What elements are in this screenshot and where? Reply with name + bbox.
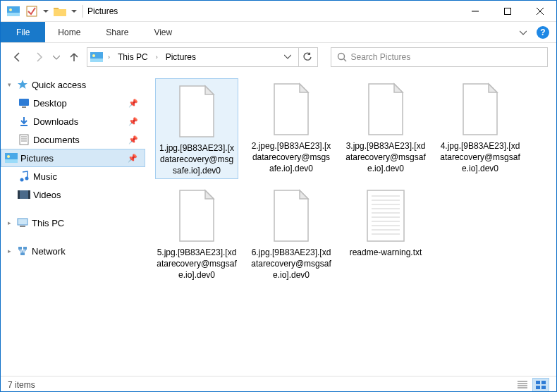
- sidebar-item-pictures[interactable]: Pictures 📌: [1, 149, 145, 167]
- file-pane[interactable]: 1.jpg.[9B83AE23].[xdatarecovery@msgsafe.…: [145, 71, 556, 376]
- pictures-mini-icon: [90, 52, 103, 62]
- generic-file-icon: [455, 78, 506, 140]
- chevron-right-icon[interactable]: ▸: [5, 219, 13, 226]
- svg-rect-33: [367, 190, 404, 241]
- minimize-button[interactable]: [459, 1, 491, 22]
- svg-point-11: [338, 54, 344, 60]
- file-label: 5.jpg.[9B83AE23].[xdatarecovery@msgsafe.…: [155, 247, 238, 281]
- file-item[interactable]: 5.jpg.[9B83AE23].[xdatarecovery@msgsafe.…: [155, 185, 238, 281]
- close-button[interactable]: [524, 1, 556, 22]
- svg-point-22: [7, 155, 10, 158]
- sidebar-item-label: This PC: [32, 218, 64, 228]
- crumb-pictures[interactable]: Pictures: [163, 52, 199, 62]
- refresh-button[interactable]: [298, 47, 318, 67]
- svg-point-24: [25, 177, 29, 180]
- svg-point-2: [9, 8, 12, 11]
- sidebar-network[interactable]: ▸ Network: [1, 242, 145, 260]
- status-bar: 7 items: [1, 376, 556, 392]
- sidebar-item-label: Music: [33, 171, 57, 182]
- search-input[interactable]: Search Pictures: [331, 47, 549, 67]
- chevron-down-icon[interactable]: ▾: [5, 81, 13, 88]
- file-item[interactable]: 3.jpg.[9B83AE23].[xdatarecovery@msgsafe.…: [344, 78, 427, 179]
- back-button[interactable]: [9, 49, 26, 66]
- sidebar-item-music[interactable]: Music: [1, 167, 145, 185]
- svg-rect-5: [505, 8, 511, 14]
- file-item[interactable]: 4.jpg.[9B83AE23].[xdatarecovery@msgsafe.…: [439, 78, 522, 179]
- svg-rect-21: [5, 159, 18, 163]
- svg-rect-13: [19, 99, 29, 106]
- window-title: Pictures: [87, 6, 118, 16]
- item-count: 7 items: [8, 380, 35, 390]
- app-icon[interactable]: [5, 4, 22, 19]
- svg-rect-50: [536, 386, 540, 389]
- file-item[interactable]: 2.jpeg.[9B83AE23].[xdatarecovery@msgsafe…: [250, 78, 333, 179]
- sidebar-item-documents[interactable]: Documents 📌: [1, 130, 145, 149]
- view-details-button[interactable]: [514, 378, 531, 392]
- qat-dropdown2-icon[interactable]: [70, 4, 78, 19]
- sidebar-quick-access[interactable]: ▾ Quick access: [1, 75, 145, 94]
- search-icon: [337, 52, 347, 62]
- svg-point-10: [92, 54, 95, 57]
- svg-rect-29: [20, 226, 25, 227]
- file-label: 1.jpg.[9B83AE23].[xdatarecovery@msgsafe.…: [157, 142, 236, 177]
- sidebar-item-desktop[interactable]: Desktop 📌: [1, 94, 145, 112]
- forward-button[interactable]: [30, 49, 47, 66]
- file-item[interactable]: 1.jpg.[9B83AE23].[xdatarecovery@msgsafe.…: [155, 78, 238, 179]
- sidebar-item-label: Pictures: [20, 153, 54, 164]
- help-icon[interactable]: ?: [537, 26, 549, 39]
- sidebar-item-videos[interactable]: Videos: [1, 185, 145, 204]
- sidebar-item-label: Documents: [33, 135, 80, 145]
- separator: [82, 5, 83, 18]
- tab-home[interactable]: Home: [45, 22, 93, 42]
- tab-share[interactable]: Share: [93, 22, 141, 42]
- quick-access-toolbar: [1, 4, 78, 19]
- folder-icon[interactable]: [51, 4, 68, 19]
- generic-file-icon: [171, 185, 222, 247]
- desktop-icon: [18, 97, 30, 109]
- titlebar: Pictures: [1, 1, 556, 22]
- videos-icon: [18, 188, 30, 201]
- svg-rect-16: [20, 135, 28, 145]
- svg-rect-27: [28, 190, 30, 199]
- chevron-right-icon[interactable]: ›: [106, 54, 112, 61]
- file-item[interactable]: 6.jpg.[9B83AE23].[xdatarecovery@msgsafe.…: [250, 185, 333, 281]
- svg-rect-51: [541, 386, 546, 389]
- recent-locations-button[interactable]: [51, 49, 61, 66]
- pictures-icon: [5, 152, 18, 164]
- main-area: ▾ Quick access Desktop 📌 Downloads 📌 Doc…: [1, 71, 556, 376]
- breadcrumb-dropdown-icon[interactable]: [280, 52, 295, 62]
- breadcrumb[interactable]: › This PC › Pictures: [87, 47, 299, 67]
- svg-rect-32: [20, 252, 25, 255]
- file-tab[interactable]: File: [1, 22, 45, 42]
- network-icon: [16, 245, 29, 257]
- file-label: 2.jpeg.[9B83AE23].[xdatarecovery@msgsafe…: [250, 140, 333, 175]
- search-placeholder: Search Pictures: [351, 52, 411, 62]
- file-label: readme-warning.txt: [348, 247, 424, 258]
- sidebar-item-label: Videos: [33, 190, 61, 200]
- generic-file-icon: [266, 185, 317, 247]
- download-icon: [18, 115, 30, 128]
- up-button[interactable]: [66, 49, 82, 66]
- qat-dropdown-icon[interactable]: [42, 4, 50, 19]
- generic-file-icon: [171, 80, 222, 142]
- documents-icon: [18, 133, 30, 146]
- chevron-right-icon[interactable]: ›: [154, 54, 160, 61]
- file-label: 6.jpg.[9B83AE23].[xdatarecovery@msgsafe.…: [250, 247, 333, 281]
- sidebar-item-downloads[interactable]: Downloads 📌: [1, 112, 145, 130]
- pin-icon: 📌: [128, 135, 138, 145]
- file-label: 3.jpg.[9B83AE23].[xdatarecovery@msgsafe.…: [344, 140, 427, 175]
- svg-rect-31: [23, 247, 27, 250]
- tab-view[interactable]: View: [141, 22, 185, 42]
- svg-rect-30: [18, 247, 22, 250]
- sidebar-this-pc[interactable]: ▸ This PC: [1, 214, 145, 232]
- chevron-right-icon[interactable]: ▸: [5, 247, 13, 255]
- file-item[interactable]: readme-warning.txt: [344, 185, 427, 281]
- crumb-this-pc[interactable]: This PC: [115, 52, 151, 62]
- view-large-icons-button[interactable]: [532, 378, 549, 392]
- maximize-button[interactable]: [491, 1, 524, 22]
- music-icon: [18, 170, 30, 183]
- ribbon: File Home Share View ?: [1, 22, 556, 43]
- ribbon-expand-icon[interactable]: [520, 26, 527, 39]
- qat-checkbox-icon[interactable]: [23, 4, 40, 19]
- svg-rect-9: [90, 59, 103, 62]
